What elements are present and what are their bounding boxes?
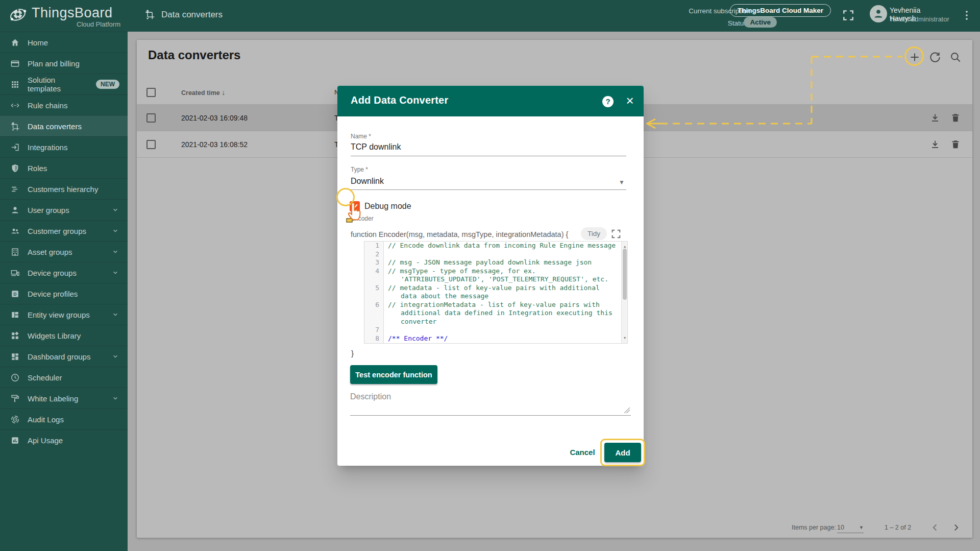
tidy-button[interactable]: Tidy	[581, 227, 607, 240]
line-number: 4	[364, 267, 384, 284]
line-number: 2	[364, 250, 384, 259]
code-line: // metadata - list of key-value pairs wi…	[384, 284, 627, 301]
sidebar-item-label: Scheduler	[28, 373, 62, 382]
sidebar-item-label: Data converters	[28, 122, 82, 131]
line-number: 6	[364, 301, 384, 326]
sidebar-item-integrations[interactable]: Integrations	[0, 136, 128, 157]
status-badge: Active	[744, 17, 777, 28]
sidebar-item-device-groups[interactable]: Device groups	[0, 262, 128, 283]
asset-groups-icon	[10, 247, 20, 257]
topbar: Data converters Current subscription Thi…	[128, 0, 980, 32]
expand-editor-icon[interactable]	[610, 228, 622, 239]
chevron-down-icon	[111, 352, 119, 361]
sidebar-item-plan-and-billing[interactable]: Plan and billing	[0, 53, 128, 74]
code-line	[384, 326, 627, 334]
sidebar-item-device-profiles[interactable]: Device profiles	[0, 283, 128, 304]
templates-icon	[10, 80, 20, 89]
sidebar-item-data-converters[interactable]: Data converters	[0, 115, 128, 136]
debug-mode-checkbox[interactable]	[350, 201, 360, 211]
test-encoder-button[interactable]: Test encoder function	[350, 365, 437, 384]
widgets-icon	[10, 331, 20, 341]
data-converters-icon	[10, 122, 20, 131]
chevron-down-icon	[111, 248, 119, 256]
fullscreen-icon[interactable]	[842, 9, 855, 22]
sidebar-item-label: Customers hierarchy	[28, 185, 98, 194]
editor-scrollbar[interactable]: ▲ ▼	[621, 242, 627, 343]
sidebar-item-api-usage[interactable]: Api Usage	[0, 429, 128, 450]
line-number: 3	[364, 258, 384, 267]
brand-subtitle: Cloud Platform	[0, 20, 120, 28]
chevron-down-icon	[111, 394, 119, 402]
name-input-underline	[351, 156, 626, 156]
type-select-underline	[351, 189, 626, 190]
description-textarea[interactable]: Description	[350, 392, 391, 401]
sidebar-item-widgets-library[interactable]: Widgets Library	[0, 325, 128, 346]
more-menu-icon[interactable]	[961, 9, 973, 21]
code-line: /** Encoder **/	[384, 334, 627, 343]
sidebar-item-home[interactable]: Home	[0, 32, 128, 53]
scroll-down-icon[interactable]: ▼	[622, 334, 628, 343]
user-role: Tenant administrator	[889, 15, 955, 23]
new-badge: NEW	[96, 80, 119, 89]
sidebar-item-white-labeling[interactable]: White Labeling	[0, 388, 128, 409]
encoder-section-label: Encoder	[351, 215, 374, 222]
sidebar-item-label: Plan and billing	[28, 59, 80, 68]
sidebar-item-label: White Labeling	[28, 394, 78, 403]
sidebar-item-customers-hierarchy[interactable]: Customers hierarchy	[0, 178, 128, 199]
device-groups-icon	[10, 268, 20, 278]
line-number: 1	[364, 242, 384, 250]
sidebar-item-label: Rule chains	[28, 101, 67, 110]
type-select[interactable]: Downlink	[351, 177, 384, 186]
help-icon[interactable]: ?	[602, 96, 614, 107]
encoder-closing-brace: }	[351, 349, 354, 357]
sidebar-item-label: Dashboard groups	[28, 352, 90, 361]
sidebar-item-dashboard-groups[interactable]: Dashboard groups	[0, 346, 128, 367]
code-line: // integrationMetadata - list of key-val…	[384, 301, 627, 326]
sidebar-item-label: Audit Logs	[28, 415, 64, 424]
sidebar-item-user-groups[interactable]: User groups	[0, 199, 128, 220]
scheduler-icon	[10, 373, 20, 382]
sidebar-item-scheduler[interactable]: Scheduler	[0, 367, 128, 388]
code-editor[interactable]: 1// Encode downlink data from incoming R…	[364, 241, 628, 344]
sidebar-item-label: Solution templates	[28, 76, 88, 93]
sidebar-item-label: Customer groups	[28, 227, 86, 235]
device-profiles-icon	[10, 289, 20, 299]
sidebar-item-rule-chains[interactable]: Rule chains	[0, 94, 128, 115]
close-icon[interactable]: ×	[623, 93, 636, 109]
sidebar-item-customer-groups[interactable]: Customer groups	[0, 220, 128, 241]
avatar[interactable]	[870, 5, 887, 22]
caret-down-icon[interactable]: ▼	[619, 179, 625, 186]
sidebar-item-asset-groups[interactable]: Asset groups	[0, 241, 128, 262]
sidebar-item-entity-view-groups[interactable]: Entity view groups	[0, 304, 128, 325]
sidebar-item-roles[interactable]: Roles	[0, 157, 128, 178]
roles-icon	[10, 163, 20, 173]
sidebar-item-label: Integrations	[28, 143, 67, 152]
sidebar-item-label: User groups	[28, 206, 69, 214]
code-line	[384, 343, 627, 344]
code-line	[384, 250, 627, 259]
description-underline	[350, 415, 631, 416]
name-input[interactable]: TCP downlink	[351, 142, 401, 152]
debug-mode-label: Debug mode	[364, 202, 411, 211]
add-button[interactable]: Add	[604, 443, 641, 462]
sidebar-item-label: Roles	[28, 164, 47, 173]
integrations-icon	[10, 142, 20, 152]
customer-groups-icon	[10, 226, 20, 236]
line-number: 7	[364, 326, 384, 334]
api-usage-icon	[10, 436, 20, 445]
sidebar-item-audit-logs[interactable]: Audit Logs	[0, 409, 128, 429]
scrollbar-thumb[interactable]	[623, 249, 627, 300]
person-icon	[872, 8, 885, 20]
subscription-pill[interactable]: ThingsBoard Cloud Maker	[730, 4, 831, 17]
cancel-button[interactable]: Cancel	[565, 443, 600, 461]
audit-logs-icon	[10, 415, 20, 424]
sidebar-item-solution-templates[interactable]: Solution templatesNEW	[0, 74, 128, 94]
home-icon	[10, 38, 20, 47]
brand-title: ThingsBoard	[32, 5, 113, 21]
sidebar-item-label: Api Usage	[28, 436, 63, 445]
billing-icon	[10, 59, 20, 68]
resize-handle-icon[interactable]	[624, 408, 630, 413]
entity-view-groups-icon	[10, 310, 20, 320]
chevron-down-icon	[111, 310, 119, 319]
name-field-label: Name *	[351, 133, 371, 140]
